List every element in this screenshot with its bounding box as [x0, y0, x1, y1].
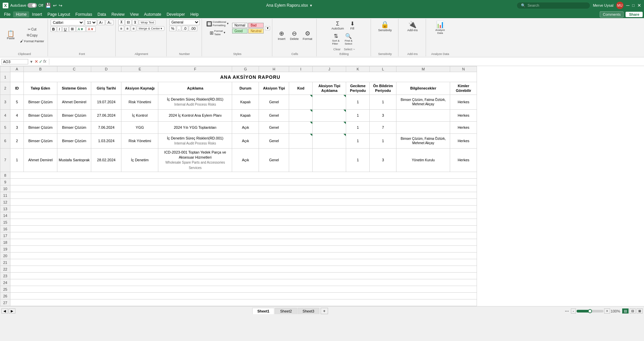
cell-kod-1[interactable]	[289, 148, 313, 172]
cell-kimler-5[interactable]: Herkes	[450, 95, 477, 109]
zoom-in-button[interactable]: +	[604, 308, 610, 314]
zoom-out-button[interactable]: -	[571, 308, 576, 314]
header-aksiyon-tipi[interactable]: Aksiyon Tipi	[259, 82, 289, 95]
restore-btn[interactable]: □	[632, 3, 635, 8]
fill-button[interactable]: ⬇ Fill	[346, 19, 358, 31]
cell-b1[interactable]: ANA AKSİYON RAPORU	[24, 72, 477, 82]
cell-sisteme-4[interactable]: Bimser Çözüm	[57, 109, 91, 121]
cell-kaynak-2[interactable]: Risk Yönetimi	[121, 133, 158, 148]
cell-aciklama-1[interactable]: ICD-2023-001 Toptan Yedek Parça ve Akses…	[158, 148, 232, 172]
close-btn[interactable]: ✕	[637, 3, 641, 8]
autosave-toggle[interactable]: AutoSave Off	[10, 3, 43, 8]
header-giris[interactable]: Giriş Tarihi	[91, 82, 121, 95]
merge-center-button[interactable]: Merge & Center ▼	[137, 26, 164, 31]
cell-bilgi-1[interactable]: Yönetim Kurulu	[396, 148, 450, 172]
cell-gecikme-5[interactable]: 1	[346, 95, 370, 109]
cancel-formula-button[interactable]: ✕	[35, 59, 38, 64]
style-neutral[interactable]: Neutral	[248, 29, 264, 34]
style-bad[interactable]: Bad	[248, 23, 264, 28]
col-header-e[interactable]: E	[121, 66, 158, 72]
cell-on-bildirim-2[interactable]: 1	[370, 133, 396, 148]
cell-giris-3[interactable]: 7.06.2024	[91, 121, 121, 133]
sheet-tab-1[interactable]: Sheet1	[252, 308, 274, 314]
col-header-f[interactable]: F	[158, 66, 232, 72]
cell-gecikme-1[interactable]: 1	[346, 148, 370, 172]
comments-button[interactable]: Comments	[600, 11, 624, 17]
header-talep[interactable]: Talep Eden	[24, 82, 57, 95]
menu-help[interactable]: Help	[187, 11, 201, 17]
format-painter-button[interactable]: 🖌 Format Painter	[19, 39, 46, 44]
header-bilgilendirilecekler[interactable]: Bilgilenecekler	[396, 82, 450, 95]
align-bottom-button[interactable]: ⊻	[132, 19, 138, 25]
cell-aksiyon-aciklama-2[interactable]	[313, 133, 346, 148]
cell-on-bildirim-5[interactable]: 1	[370, 95, 396, 109]
prev-sheet-button[interactable]: ◀	[1, 308, 8, 314]
save-icon[interactable]: 💾	[45, 3, 51, 8]
cell-giris-4[interactable]: 27.06.2024	[91, 109, 121, 121]
font-grow-button[interactable]: A↑	[98, 20, 105, 25]
cell-kimler-2[interactable]: Herkes	[450, 133, 477, 148]
cell-sisteme-1[interactable]: Mustafa Santoprak	[57, 148, 91, 172]
conditional-formatting-button[interactable]: 🔲 ConditionalFormatting ▼	[205, 19, 231, 28]
align-middle-button[interactable]: ⊟	[125, 19, 131, 25]
cell-aksiyon-5[interactable]: Genel	[259, 95, 289, 109]
col-header-h[interactable]: H	[259, 66, 289, 72]
sort-filter-button[interactable]: ⇅ Sort &Filter	[330, 32, 342, 46]
cell-kimler-3[interactable]: Herkes	[450, 121, 477, 133]
autosave-toggle-switch[interactable]	[28, 3, 37, 8]
search-box[interactable]: 🔍	[517, 2, 590, 9]
insert-function-button[interactable]: fx	[43, 59, 46, 64]
cell-durum-4[interactable]: Kapalı	[232, 109, 259, 121]
header-sisteme[interactable]: Sisteme Giren	[57, 82, 91, 95]
header-gecikme[interactable]: Gecikme Periyodu	[346, 82, 370, 95]
cell-aciklama-4[interactable]: 2024 İç Kontrol Ana Eylem Planı	[158, 109, 232, 121]
cell-aciklama-2[interactable]: İç Denetim Süreç Riskleri(RD.001)Interna…	[158, 133, 232, 148]
align-center-button[interactable]: ≡	[125, 26, 130, 31]
cut-button[interactable]: ✂ Cut	[19, 27, 46, 32]
cell-kod-5[interactable]	[289, 95, 313, 109]
cell-a1[interactable]	[10, 72, 24, 82]
add-sheet-button[interactable]: +	[321, 308, 328, 314]
cell-on-bildirim-1[interactable]: 3	[370, 148, 396, 172]
clear-dropdown-label[interactable]: Clear	[333, 48, 341, 51]
cell-giris-5[interactable]: 19.07.2024	[91, 95, 121, 109]
menu-automate[interactable]: Automate	[141, 11, 164, 17]
align-left-button[interactable]: ≡	[118, 26, 124, 31]
menu-file[interactable]: File	[1, 11, 13, 17]
header-kaynak[interactable]: Aksiyon Kaynağı	[121, 82, 158, 95]
cell-gecikme-4[interactable]: 1	[346, 109, 370, 121]
header-on-bildirim[interactable]: Ön Bildirim Periyodu	[370, 82, 396, 95]
find-select-button[interactable]: 🔍 Find &Select	[342, 32, 355, 46]
style-good[interactable]: Good	[232, 29, 248, 34]
autosum-button[interactable]: Σ AutoSum	[330, 19, 345, 31]
minimize-btn[interactable]: ─	[626, 3, 630, 8]
confirm-formula-button[interactable]: ✓	[39, 59, 43, 64]
grid[interactable]: A B C D E F G H I J K L M N	[0, 66, 644, 306]
font-shrink-button[interactable]: A↓	[106, 20, 113, 25]
align-top-button[interactable]: ⊼	[118, 19, 124, 25]
format-button[interactable]: ⚙ Format	[301, 29, 314, 42]
cell-id-4[interactable]: 4	[10, 109, 24, 121]
col-header-g[interactable]: G	[232, 66, 259, 72]
analyze-data-button[interactable]: 📊 AnalyzeData	[434, 19, 446, 36]
border-button[interactable]: ⊞	[69, 26, 75, 32]
menu-review[interactable]: Review	[109, 11, 127, 17]
cell-talep-4[interactable]: Bimser Çözüm	[24, 109, 57, 121]
col-header-k[interactable]: K	[346, 66, 370, 72]
menu-insert[interactable]: Insert	[29, 11, 45, 17]
page-layout-view-button[interactable]: ⊟	[630, 308, 636, 314]
cell-kaynak-3[interactable]: YGG	[121, 121, 158, 133]
cell-kaynak-4[interactable]: İç Kontrol	[121, 109, 158, 121]
bold-button[interactable]: B	[51, 26, 57, 32]
redo-icon[interactable]: ↪	[59, 3, 62, 8]
cell-giris-2[interactable]: 1.03.2024	[91, 133, 121, 148]
menu-view[interactable]: View	[127, 11, 142, 17]
undo-icon[interactable]: ↩	[53, 3, 57, 8]
format-table-button[interactable]: ⊞ FormatTable ▼	[205, 29, 231, 37]
cell-id-3[interactable]: 3	[10, 121, 24, 133]
menu-developer[interactable]: Developer	[164, 11, 188, 17]
cell-kod-2[interactable]	[289, 133, 313, 148]
cell-talep-3[interactable]: Bimser Çözüm	[24, 121, 57, 133]
align-right-button[interactable]: ≡	[131, 26, 136, 31]
add-ins-button[interactable]: 🔌 Add-Ins	[406, 19, 419, 33]
